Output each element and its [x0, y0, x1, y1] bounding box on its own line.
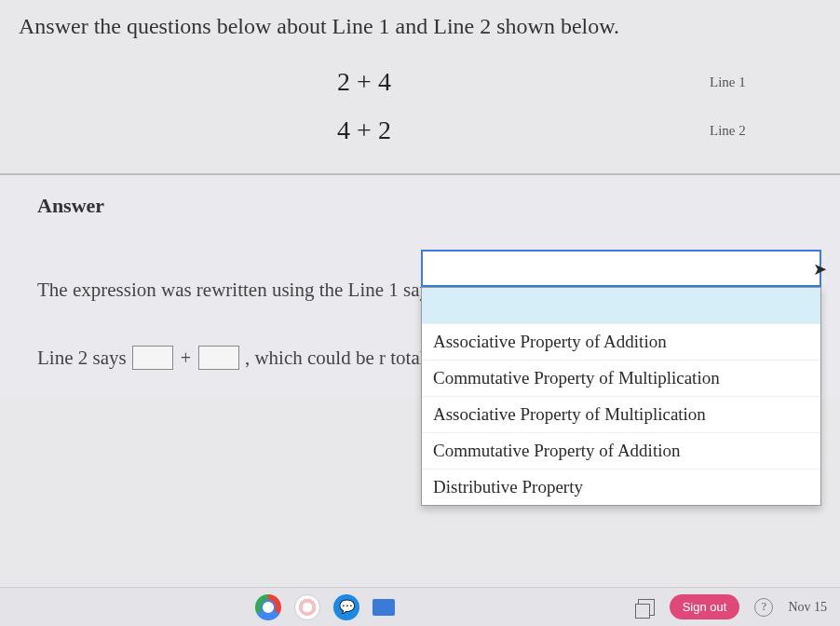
answer-section: Answer The expression was rewritten usin…	[0, 173, 840, 398]
property-dropdown: Associative Property of Addition Commuta…	[421, 287, 821, 506]
expression-row: 4 + 2 Line 2	[19, 116, 821, 145]
line2-prefix: Line 2 says	[37, 333, 127, 384]
app-icon[interactable]	[373, 599, 395, 616]
blank-input[interactable]	[132, 346, 173, 370]
chat-icon[interactable]: 💬	[333, 594, 359, 620]
rewritten-line: The expression was rewritten using the	[37, 265, 343, 316]
paint-icon[interactable]	[294, 594, 320, 620]
dropdown-option-blank[interactable]	[422, 288, 820, 324]
expressions-block: 2 + 4 Line 1 4 + 2 Line 2	[19, 67, 821, 145]
property-select-wrap: ➤ Associative Property of Addition Commu…	[421, 250, 821, 506]
answer-heading: Answer	[37, 194, 821, 218]
cursor-icon: ➤	[813, 259, 827, 279]
dropdown-option[interactable]: Distributive Property	[422, 470, 820, 505]
plus-icon: +	[181, 333, 191, 382]
intro-text: The expression was rewritten using the	[37, 265, 343, 316]
help-icon[interactable]: ?	[754, 598, 773, 617]
expression-row: 2 + 4 Line 1	[19, 67, 821, 97]
line2-mid: , which could be r	[245, 333, 386, 384]
dropdown-option[interactable]: Commutative Property of Addition	[422, 433, 820, 470]
chrome-icon[interactable]	[255, 594, 281, 620]
expression-label: Line 1	[710, 75, 821, 90]
signout-button[interactable]: Sign out	[670, 594, 740, 619]
dropdown-option[interactable]: Associative Property of Multiplication	[422, 397, 820, 433]
expression-math: 2 + 4	[19, 67, 710, 97]
question-prompt: Answer the questions below about Line 1 …	[19, 14, 821, 39]
blank-input[interactable]	[198, 346, 239, 370]
expression-math: 4 + 2	[19, 116, 710, 145]
taskbar-date: Nov 15	[788, 600, 827, 615]
dropdown-option[interactable]: Associative Property of Addition	[422, 324, 820, 361]
taskbar: 💬 Sign out ? Nov 15	[0, 587, 840, 626]
dropdown-option[interactable]: Commutative Property of Multiplication	[422, 361, 820, 397]
property-select[interactable]	[421, 250, 821, 287]
windows-icon[interactable]	[638, 599, 655, 616]
line2-sentence: Line 2 says + , which could be r	[37, 333, 386, 384]
expression-label: Line 2	[710, 123, 821, 139]
